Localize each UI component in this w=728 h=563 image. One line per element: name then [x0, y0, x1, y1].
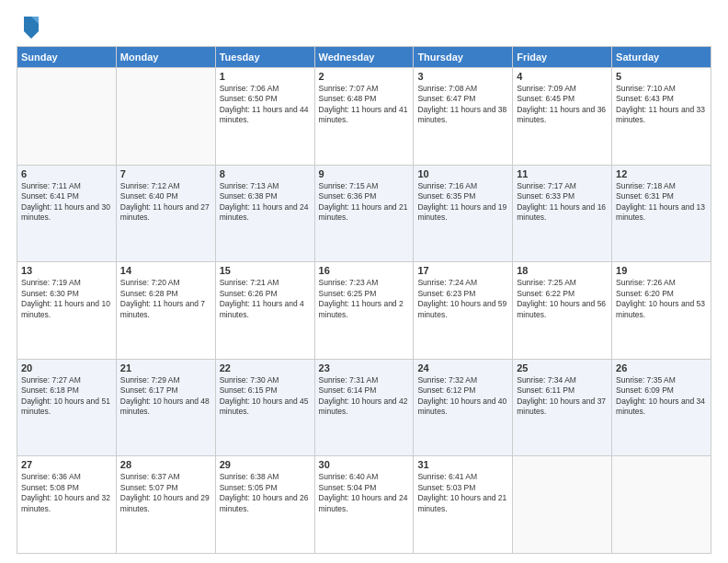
day-number: 15	[220, 265, 311, 276]
calendar-cell: 4Sunrise: 7:09 AMSunset: 6:45 PMDaylight…	[513, 68, 612, 166]
week-row-4: 27Sunrise: 6:36 AMSunset: 5:08 PMDayligh…	[17, 456, 711, 554]
day-number: 5	[616, 71, 707, 82]
logo-icon	[20, 13, 42, 39]
calendar-cell: 2Sunrise: 7:07 AMSunset: 6:48 PMDaylight…	[314, 68, 414, 166]
calendar-cell: 3Sunrise: 7:08 AMSunset: 6:47 PMDaylight…	[414, 68, 513, 166]
calendar-cell: 11Sunrise: 7:17 AMSunset: 6:33 PMDayligh…	[513, 165, 612, 262]
day-info: Sunrise: 7:09 AMSunset: 6:45 PMDaylight:…	[517, 84, 608, 126]
day-number: 7	[120, 168, 211, 179]
day-number: 25	[517, 362, 608, 373]
day-number: 12	[616, 168, 707, 179]
calendar-cell: 5Sunrise: 7:10 AMSunset: 6:43 PMDaylight…	[612, 68, 711, 166]
weekday-header-row: SundayMondayTuesdayWednesdayThursdayFrid…	[17, 47, 711, 68]
calendar-cell: 29Sunrise: 6:38 AMSunset: 5:05 PMDayligh…	[215, 456, 314, 554]
day-info: Sunrise: 6:37 AMSunset: 5:07 PMDaylight:…	[120, 472, 211, 514]
day-number: 10	[417, 168, 508, 179]
calendar-cell: 27Sunrise: 6:36 AMSunset: 5:08 PMDayligh…	[17, 456, 117, 554]
calendar-cell	[612, 456, 711, 554]
day-info: Sunrise: 7:31 AMSunset: 6:14 PMDaylight:…	[319, 375, 410, 418]
day-info: Sunrise: 7:12 AMSunset: 6:40 PMDaylight:…	[120, 181, 211, 224]
calendar-cell: 26Sunrise: 7:35 AMSunset: 6:09 PMDayligh…	[612, 359, 711, 456]
calendar-page: SundayMondayTuesdayWednesdayThursdayFrid…	[0, 0, 728, 563]
calendar-cell: 24Sunrise: 7:32 AMSunset: 6:12 PMDayligh…	[414, 359, 513, 456]
day-number: 21	[120, 362, 211, 373]
day-info: Sunrise: 7:25 AMSunset: 6:22 PMDaylight:…	[517, 278, 608, 320]
day-info: Sunrise: 7:26 AMSunset: 6:20 PMDaylight:…	[616, 278, 707, 320]
day-info: Sunrise: 6:38 AMSunset: 5:05 PMDaylight:…	[220, 472, 311, 514]
day-info: Sunrise: 7:35 AMSunset: 6:09 PMDaylight:…	[616, 375, 707, 418]
day-info: Sunrise: 6:36 AMSunset: 5:08 PMDaylight:…	[21, 472, 112, 514]
day-number: 8	[220, 168, 311, 179]
calendar-cell: 22Sunrise: 7:30 AMSunset: 6:15 PMDayligh…	[215, 359, 314, 456]
day-info: Sunrise: 7:19 AMSunset: 6:30 PMDaylight:…	[21, 278, 112, 320]
day-number: 26	[616, 362, 707, 373]
day-info: Sunrise: 7:20 AMSunset: 6:28 PMDaylight:…	[120, 278, 211, 320]
day-info: Sunrise: 6:41 AMSunset: 5:03 PMDaylight:…	[417, 472, 508, 514]
weekday-header-saturday: Saturday	[612, 47, 711, 68]
day-number: 29	[220, 459, 311, 470]
day-number: 3	[417, 71, 508, 82]
day-number: 20	[21, 362, 112, 373]
week-row-3: 20Sunrise: 7:27 AMSunset: 6:18 PMDayligh…	[17, 359, 711, 456]
day-number: 22	[220, 362, 311, 373]
day-number: 19	[616, 265, 707, 276]
calendar-cell: 15Sunrise: 7:21 AMSunset: 6:26 PMDayligh…	[215, 262, 314, 360]
weekday-header-wednesday: Wednesday	[314, 47, 414, 68]
calendar-cell: 14Sunrise: 7:20 AMSunset: 6:28 PMDayligh…	[116, 262, 215, 360]
calendar-cell: 18Sunrise: 7:25 AMSunset: 6:22 PMDayligh…	[513, 262, 612, 360]
day-number: 18	[517, 265, 608, 276]
day-number: 30	[319, 459, 410, 470]
day-info: Sunrise: 7:16 AMSunset: 6:35 PMDaylight:…	[417, 181, 508, 224]
calendar-cell: 28Sunrise: 6:37 AMSunset: 5:07 PMDayligh…	[116, 456, 215, 554]
day-number: 31	[417, 459, 508, 470]
weekday-header-tuesday: Tuesday	[215, 47, 314, 68]
weekday-header-thursday: Thursday	[414, 47, 513, 68]
page-header	[17, 17, 711, 39]
calendar-cell: 12Sunrise: 7:18 AMSunset: 6:31 PMDayligh…	[612, 165, 711, 262]
calendar-table: SundayMondayTuesdayWednesdayThursdayFrid…	[17, 46, 711, 554]
calendar-cell: 10Sunrise: 7:16 AMSunset: 6:35 PMDayligh…	[414, 165, 513, 262]
day-info: Sunrise: 7:15 AMSunset: 6:36 PMDaylight:…	[319, 181, 410, 224]
day-info: Sunrise: 7:06 AMSunset: 6:50 PMDaylight:…	[220, 84, 311, 126]
day-info: Sunrise: 7:11 AMSunset: 6:41 PMDaylight:…	[21, 181, 112, 224]
day-info: Sunrise: 7:13 AMSunset: 6:38 PMDaylight:…	[220, 181, 311, 224]
day-number: 6	[21, 168, 112, 179]
day-info: Sunrise: 7:10 AMSunset: 6:43 PMDaylight:…	[616, 84, 707, 126]
calendar-cell: 1Sunrise: 7:06 AMSunset: 6:50 PMDaylight…	[215, 68, 314, 166]
day-number: 23	[319, 362, 410, 373]
day-number: 4	[517, 71, 608, 82]
calendar-cell: 30Sunrise: 6:40 AMSunset: 5:04 PMDayligh…	[314, 456, 414, 554]
day-info: Sunrise: 7:34 AMSunset: 6:11 PMDaylight:…	[517, 375, 608, 418]
weekday-header-friday: Friday	[513, 47, 612, 68]
calendar-cell: 16Sunrise: 7:23 AMSunset: 6:25 PMDayligh…	[314, 262, 414, 360]
day-info: Sunrise: 7:21 AMSunset: 6:26 PMDaylight:…	[220, 278, 311, 320]
day-number: 1	[220, 71, 311, 82]
week-row-0: 1Sunrise: 7:06 AMSunset: 6:50 PMDaylight…	[17, 68, 711, 166]
calendar-cell: 8Sunrise: 7:13 AMSunset: 6:38 PMDaylight…	[215, 165, 314, 262]
day-info: Sunrise: 7:23 AMSunset: 6:25 PMDaylight:…	[319, 278, 410, 320]
day-info: Sunrise: 7:29 AMSunset: 6:17 PMDaylight:…	[120, 375, 211, 418]
day-number: 13	[21, 265, 112, 276]
day-info: Sunrise: 7:32 AMSunset: 6:12 PMDaylight:…	[417, 375, 508, 418]
day-info: Sunrise: 7:24 AMSunset: 6:23 PMDaylight:…	[417, 278, 508, 320]
calendar-cell: 6Sunrise: 7:11 AMSunset: 6:41 PMDaylight…	[17, 165, 117, 262]
calendar-cell: 17Sunrise: 7:24 AMSunset: 6:23 PMDayligh…	[414, 262, 513, 360]
calendar-cell	[513, 456, 612, 554]
calendar-cell: 7Sunrise: 7:12 AMSunset: 6:40 PMDaylight…	[116, 165, 215, 262]
calendar-cell: 19Sunrise: 7:26 AMSunset: 6:20 PMDayligh…	[612, 262, 711, 360]
day-number: 28	[120, 459, 211, 470]
day-info: Sunrise: 7:17 AMSunset: 6:33 PMDaylight:…	[517, 181, 608, 224]
day-info: Sunrise: 6:40 AMSunset: 5:04 PMDaylight:…	[319, 472, 410, 514]
day-number: 9	[319, 168, 410, 179]
day-number: 2	[319, 71, 410, 82]
day-info: Sunrise: 7:08 AMSunset: 6:47 PMDaylight:…	[417, 84, 508, 126]
calendar-cell: 25Sunrise: 7:34 AMSunset: 6:11 PMDayligh…	[513, 359, 612, 456]
calendar-cell	[116, 68, 215, 166]
day-info: Sunrise: 7:18 AMSunset: 6:31 PMDaylight:…	[616, 181, 707, 224]
weekday-header-monday: Monday	[116, 47, 215, 68]
day-number: 17	[417, 265, 508, 276]
calendar-cell: 13Sunrise: 7:19 AMSunset: 6:30 PMDayligh…	[17, 262, 117, 360]
calendar-cell: 23Sunrise: 7:31 AMSunset: 6:14 PMDayligh…	[314, 359, 414, 456]
day-info: Sunrise: 7:27 AMSunset: 6:18 PMDaylight:…	[21, 375, 112, 418]
day-info: Sunrise: 7:30 AMSunset: 6:15 PMDaylight:…	[220, 375, 311, 418]
